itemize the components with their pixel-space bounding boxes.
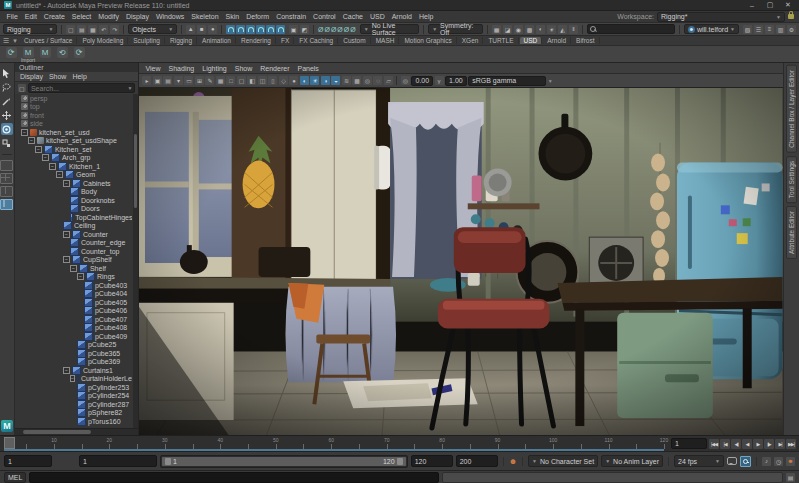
maximize-button[interactable]: ▢ bbox=[763, 1, 777, 9]
playback-speed-icon[interactable]: ◷ bbox=[774, 457, 783, 466]
select-tool-button[interactable] bbox=[1, 67, 13, 79]
operation-toggle-5-icon[interactable]: Ø bbox=[344, 26, 349, 33]
outliner-search-input[interactable]: Search... ▼ bbox=[28, 83, 136, 93]
fps-select[interactable]: 24 fps▼ bbox=[674, 455, 724, 467]
menu-windows[interactable]: Windows bbox=[152, 13, 187, 20]
paint-select-tool-button[interactable] bbox=[1, 95, 13, 107]
animation-preferences-icon[interactable]: ☻ bbox=[786, 457, 795, 466]
playback-feedback-icon[interactable] bbox=[727, 457, 737, 465]
gamma-icon[interactable]: γ bbox=[435, 76, 444, 85]
exposure-icon[interactable]: ◎ bbox=[401, 76, 410, 85]
outliner-item-pTorus160[interactable]: pTorus160 bbox=[15, 417, 133, 426]
go-to-start-button[interactable]: |◀◀ bbox=[709, 439, 719, 449]
expand-toggle-icon[interactable]: − bbox=[70, 265, 77, 272]
viewport-menu-lighting[interactable]: Lighting bbox=[202, 65, 227, 72]
lock-selection-icon[interactable]: ▣ bbox=[289, 25, 298, 34]
resolution-gate-icon[interactable]: ▢ bbox=[237, 76, 246, 85]
outliner-item-Doorknobs[interactable]: Doorknobs bbox=[15, 196, 133, 205]
rotate-tool-button[interactable] bbox=[1, 123, 13, 135]
panel-layouts-icon[interactable]: ≡ bbox=[765, 25, 774, 34]
hypershade-icon[interactable]: ◐ bbox=[536, 25, 545, 34]
expand-toggle-icon[interactable]: − bbox=[42, 154, 49, 161]
screen-space-ao-icon[interactable]: ◒ bbox=[331, 76, 340, 85]
view-transform-select[interactable]: sRGB gamma bbox=[468, 76, 546, 86]
new-scene-icon[interactable]: ▢ bbox=[66, 25, 75, 34]
outliner-item-Counter_edge[interactable]: Counter_edge bbox=[15, 239, 133, 248]
wireframe-icon[interactable]: ◇ bbox=[279, 76, 288, 85]
operation-toggle-4-icon[interactable]: Ø bbox=[337, 26, 342, 33]
redo-icon[interactable]: ↷ bbox=[110, 25, 119, 34]
time-ticks-track[interactable]: 102030405060708090100110120 bbox=[4, 437, 664, 451]
expand-toggle-icon[interactable]: − bbox=[63, 180, 70, 187]
snap-curve-icon[interactable] bbox=[236, 25, 245, 34]
select-camera-icon[interactable]: ▸ bbox=[142, 76, 151, 85]
outliner-menu-help[interactable]: Help bbox=[72, 73, 86, 80]
outliner-item-kitchen_set_usdShape[interactable]: −kitchen_set_usdShape bbox=[15, 137, 133, 146]
play-forwards-button[interactable]: ▶ bbox=[753, 439, 763, 449]
playback-range-bar[interactable]: 1 120 bbox=[160, 455, 408, 468]
close-button[interactable]: ✕ bbox=[781, 1, 795, 9]
motion-blur-icon[interactable]: ≋ bbox=[342, 76, 351, 85]
outliner-item-pCube408[interactable]: pCube408 bbox=[15, 324, 133, 333]
menu-edit[interactable]: Edit bbox=[21, 13, 40, 20]
expand-toggle-icon[interactable]: − bbox=[35, 146, 42, 153]
operation-toggle-2-icon[interactable]: Ø bbox=[324, 26, 329, 33]
outliner-item-Kitchen_set[interactable]: −Kitchen_set bbox=[15, 145, 133, 154]
usd-reload-icon[interactable]: ⟲ bbox=[55, 47, 69, 58]
menu-deform[interactable]: Deform bbox=[243, 13, 273, 20]
layout-two-pane-button[interactable] bbox=[0, 186, 13, 197]
workspace-controls-icon[interactable]: ▥ bbox=[776, 25, 785, 34]
outliner-menu-display[interactable]: Display bbox=[20, 73, 43, 80]
expand-toggle-icon[interactable]: − bbox=[70, 375, 75, 382]
outliner-item-Counter_top[interactable]: Counter_top bbox=[15, 247, 133, 256]
outliner-item-Kitchen_1[interactable]: −Kitchen_1 bbox=[15, 162, 133, 171]
workspace-lock-icon[interactable] bbox=[788, 14, 794, 19]
pause-viewport-icon[interactable]: ‖ bbox=[569, 25, 578, 34]
gamma-field[interactable]: 1.00 bbox=[445, 76, 467, 86]
shelf-tab-poly-modeling[interactable]: Poly Modeling bbox=[78, 37, 128, 44]
snap-projected-center-icon[interactable] bbox=[256, 25, 265, 34]
auto-keyframe-toggle[interactable] bbox=[740, 456, 751, 467]
viewport-menu-view[interactable]: View bbox=[145, 65, 160, 72]
exposure-field[interactable]: 0.00 bbox=[411, 76, 433, 86]
menu-skeleton[interactable]: Skeleton bbox=[188, 13, 222, 20]
command-input[interactable] bbox=[29, 472, 438, 483]
camera-attributes-icon[interactable]: ▤ bbox=[163, 76, 172, 85]
snap-view-plane-icon[interactable] bbox=[266, 25, 275, 34]
menu-create[interactable]: Create bbox=[40, 13, 68, 20]
move-tool-button[interactable] bbox=[1, 109, 13, 121]
shelf-tab-rendering[interactable]: Rendering bbox=[237, 37, 276, 44]
go-to-end-button[interactable]: ▶▶| bbox=[786, 439, 796, 449]
play-backwards-button[interactable]: ◀ bbox=[742, 439, 752, 449]
multisample-aa-icon[interactable]: ▩ bbox=[352, 76, 361, 85]
shelf-tab-mash[interactable]: MASH bbox=[372, 37, 400, 44]
shelf-tab-curves-surface[interactable]: Curves / Surface bbox=[20, 37, 77, 44]
bookmarks-icon[interactable]: ☰ bbox=[754, 25, 763, 34]
grid-icon[interactable]: ▦ bbox=[216, 76, 225, 85]
outliner-item-front[interactable]: front bbox=[15, 111, 133, 120]
workspace-select[interactable]: Rigging*▼ bbox=[657, 12, 785, 22]
current-frame-marker[interactable] bbox=[4, 437, 15, 449]
expand-toggle-icon[interactable]: − bbox=[63, 367, 70, 374]
character-set-icon[interactable]: ☻ bbox=[509, 457, 517, 466]
menu-modify[interactable]: Modify bbox=[95, 13, 123, 20]
shelf-tab-fx[interactable]: FX bbox=[277, 37, 294, 44]
menu-file[interactable]: File bbox=[3, 13, 21, 20]
use-all-lights-icon[interactable]: ☀ bbox=[310, 76, 319, 85]
menu-control[interactable]: Control bbox=[310, 13, 340, 20]
search-input[interactable] bbox=[587, 24, 675, 34]
animation-start-field[interactable]: 1 bbox=[4, 455, 52, 467]
filter-icon[interactable]: ▢ bbox=[18, 84, 26, 92]
gate-mask-icon[interactable]: ◧ bbox=[247, 76, 256, 85]
outliner-vertical-scrollbar[interactable] bbox=[133, 94, 138, 428]
select-hierarchy-icon[interactable]: ▲ bbox=[186, 25, 195, 34]
render-settings-icon[interactable]: ▩ bbox=[525, 25, 534, 34]
shelf-tab-xgen[interactable]: XGen bbox=[458, 37, 484, 44]
layout-outliner-persp-button[interactable] bbox=[0, 199, 13, 210]
viewport-menu-shading[interactable]: Shading bbox=[169, 65, 195, 72]
2d-pan-zoom-icon[interactable]: ⊞ bbox=[195, 76, 204, 85]
menu-display[interactable]: Display bbox=[122, 13, 152, 20]
usd-layer-editor-icon[interactable]: ⟳ bbox=[72, 47, 86, 58]
outliner-item-Curtains1[interactable]: −Curtains1 bbox=[15, 366, 133, 375]
operation-toggle-6-icon[interactable]: Ø bbox=[350, 26, 355, 33]
